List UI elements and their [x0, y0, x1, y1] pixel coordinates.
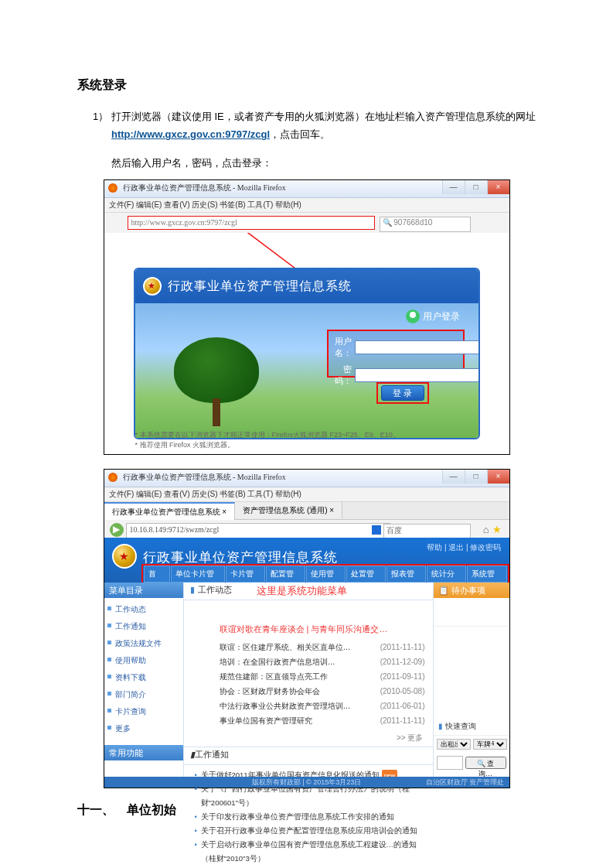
address-bar[interactable]: http://www.gxcz.gov.cn:9797/zcgl — [128, 216, 375, 230]
screenshot-login: 行政事业单位资产管理信息系统 - Mozilla Firefox — □ × 文… — [104, 179, 510, 455]
login-button[interactable]: 登 录 — [381, 385, 424, 401]
quicksearch-header: ▮快速查询 — [434, 719, 509, 736]
footnote-2: * 推荐使用 Firefox 火狐浏览器。 — [135, 440, 478, 450]
search-field-select[interactable]: 车牌号 — [473, 739, 507, 750]
nav-item[interactable]: 统计分析 — [427, 566, 466, 583]
user-login-text: 用户登录 — [423, 310, 460, 323]
nav-item[interactable]: 使用管理 — [306, 566, 346, 583]
nav-item[interactable]: 单位卡片管理 — [171, 566, 226, 583]
notice-row[interactable]: 关于印发行政事业单位资产管理信息系统工作安排的通知 — [195, 810, 425, 824]
go-icon[interactable]: ▶ — [110, 523, 124, 537]
spacer — [434, 627, 509, 719]
quicksearch-form-2: 🔍 查询… — [434, 753, 509, 773]
nav-item[interactable]: 配置管理 — [266, 566, 305, 583]
window-titlebar: 行政事业单位资产管理信息系统 - Mozilla Firefox — □ × — [104, 470, 509, 487]
quicksearch-form: 出租出… 车牌号 — [434, 736, 509, 753]
close-icon[interactable]: × — [487, 180, 509, 194]
browser-tab[interactable]: 资产管理信息系统 (通用) × — [235, 502, 342, 518]
news-top[interactable]: 联谊对歌在青年座谈会 | 与青年同乐沟通交… — [220, 624, 425, 635]
step-1: 1） 打开浏览器（建议使用 IE，或者资产专用的火狐浏览器）在地址栏输入资产管理… — [93, 108, 567, 144]
tree-graphic — [174, 337, 259, 426]
section-heading: 系统登录 — [77, 77, 567, 94]
search-type-select[interactable]: 出租出… — [437, 739, 471, 750]
search-text: 907668d10 — [393, 218, 432, 227]
home-icon[interactable]: ⌂ — [483, 524, 489, 535]
maximize-icon[interactable]: □ — [465, 470, 487, 484]
sidebar-item[interactable]: 政策法规文件 — [104, 635, 183, 652]
bookmark-icon[interactable]: ★ — [492, 524, 502, 535]
nav-item[interactable]: 系统管理 — [467, 566, 506, 583]
sidebar-item[interactable]: 卡片查询 — [104, 703, 183, 720]
username-input[interactable] — [355, 340, 480, 354]
news-row[interactable]: 协会：区财政厅财务协会年会(2010-05-08) — [220, 684, 425, 699]
user-icon — [406, 309, 420, 323]
news-list: 联谊对歌在青年座谈会 | 与青年同乐沟通交… 联谊：区住建厅系统、相关区直单位…… — [184, 600, 433, 733]
todo-title: 待办事项 — [451, 586, 485, 595]
app-footer: 版权所有财政部 | © 2015年3月23日 自治区财政厅 资产管理处 — [104, 777, 509, 788]
news-row[interactable]: 中法行政事业公共财政资产管理培训…(2011-06-01) — [220, 699, 425, 713]
app-viewport: 行政事业单位资产管理信息系统 帮助 | 退出 | 修改密码 首 页单位卡片管理卡… — [104, 538, 509, 788]
quicksearch-title: 快速查询 — [445, 722, 476, 730]
sidebar-item[interactable]: 更多 — [104, 720, 183, 737]
emblem-icon — [112, 544, 137, 569]
app-banner: 行政事业单位资产管理信息系统 帮助 | 退出 | 修改密码 首 页单位卡片管理卡… — [104, 538, 509, 583]
sidebar-item[interactable]: 资料下载 — [104, 669, 183, 686]
more-link[interactable]: >> 更多 — [184, 733, 433, 743]
step-1-line2: 然后输入用户名，密码，点击登录： — [111, 154, 567, 172]
search-box[interactable]: 百度 — [383, 524, 471, 539]
credentials-highlight: 用户名： 密 码： — [327, 330, 465, 378]
login-banner: 行政事业单位资产管理信息系统 — [135, 269, 478, 303]
menu-bar[interactable]: 文件(F) 编辑(E) 查看(V) 历史(S) 书签(B) 工具(T) 帮助(H… — [104, 198, 509, 213]
minimize-icon[interactable]: — — [442, 470, 465, 484]
todo-header: 📋 待办事项 — [434, 583, 509, 598]
minimize-icon[interactable]: — — [442, 180, 465, 194]
screenshot-main: 行政事业单位资产管理信息系统 - Mozilla Firefox — □ × 文… — [104, 469, 510, 788]
sidebar-list: 工作动态工作通知政策法规文件使用帮助资料下载部门简介卡片查询更多 — [104, 598, 183, 745]
footnote-1: * 本系统需要在以下浏览器下才能正常使用：Firefox火狐浏览器 F23~F2… — [135, 430, 478, 440]
firefox-icon — [108, 183, 117, 193]
news-row[interactable]: 规范住建部：区直领导点亮工作(2011-09-11) — [220, 669, 425, 684]
search-button[interactable]: 🔍 查询… — [465, 757, 506, 769]
right-column: 📋 待办事项 ▮快速查询 出租出… 车牌号 🔍 查询… — [433, 583, 509, 777]
step-text: ，点击回车。 — [270, 128, 330, 140]
address-text: 10.16.8.149:9712/swzm/zcgl — [130, 525, 220, 534]
section-number: 十一、 — [77, 802, 124, 818]
news-row[interactable]: 事业单位国有资产管理研究(2011-11-11) — [220, 713, 425, 728]
nav-item[interactable]: 卡片管理 — [226, 566, 265, 583]
sidebar-item[interactable]: 工作通知 — [104, 618, 183, 635]
nav-item[interactable]: 首 页 — [144, 566, 170, 583]
tab-strip: 行政事业单位资产管理信息系统 × 资产管理信息系统 (通用) × — [104, 502, 509, 520]
login-panel: 行政事业单位资产管理信息系统 用户登录 用户名： 密 码： 登 录 — [134, 268, 480, 439]
news-row[interactable]: 培训：在全国行政资产信息培训…(2011-12-09) — [220, 654, 425, 669]
password-input[interactable] — [355, 368, 480, 382]
window-controls: — □ × — [442, 180, 509, 194]
sidebar-item[interactable]: 使用帮助 — [104, 652, 183, 669]
footer-right: 自治区财政厅 资产管理处 — [426, 777, 505, 788]
browser-tab-active[interactable]: 行政事业单位资产管理信息系统 × — [104, 502, 236, 520]
close-icon[interactable]: × — [487, 470, 509, 484]
maximize-icon[interactable]: □ — [465, 180, 487, 194]
search-value-input[interactable] — [437, 756, 463, 770]
login-footnotes: * 本系统需要在以下浏览器下才能正常使用：Firefox火狐浏览器 F23~F2… — [135, 430, 478, 449]
nav-item[interactable]: 报表管理 — [387, 566, 426, 583]
sidebar-item[interactable]: 工作动态 — [104, 601, 183, 618]
toolbar: http://www.gxcz.gov.cn:9797/zcgl 🔍 90766… — [104, 213, 509, 235]
firefox-icon — [108, 473, 117, 482]
sidebar-item[interactable]: 部门简介 — [104, 686, 183, 703]
menu-bar[interactable]: 文件(F) 编辑(E) 查看(V) 历史(S) 书签(B) 工具(T) 帮助(H… — [104, 487, 509, 502]
todo-block — [434, 598, 509, 627]
banner-links[interactable]: 帮助 | 退出 | 修改密码 — [427, 542, 501, 553]
nav-item[interactable]: 处置管理 — [346, 566, 386, 583]
search-box[interactable]: 🔍 907668d10 — [380, 217, 471, 232]
step-text: 然后输入用户名，密码，点击 — [111, 157, 242, 169]
password-label: 密 码： — [335, 364, 352, 387]
news-row[interactable]: 联谊：区住建厅系统、相关区直单位…(2011-11-11) — [220, 640, 425, 654]
notice-row[interactable]: 关于召开行政事业单位资产配置管理信息系统应用培训会的通知 — [195, 824, 425, 838]
content-area: 菜单目录 工作动态工作通知政策法规文件使用帮助资料下载部门简介卡片查询更多 常用… — [104, 583, 509, 777]
notice-row[interactable]: 关于启动行政事业单位国有资产管理信息系统工程建设…的通知（桂财"2010"3号） — [195, 838, 425, 866]
pane-title: 工作动态 — [198, 585, 232, 594]
login-button-highlight: 登 录 — [376, 382, 429, 404]
window-titlebar: 行政事业单位资产管理信息系统 - Mozilla Firefox — □ × — [104, 180, 509, 198]
step-text: ： — [262, 157, 272, 169]
login-highlight: 登录 — [242, 157, 262, 169]
